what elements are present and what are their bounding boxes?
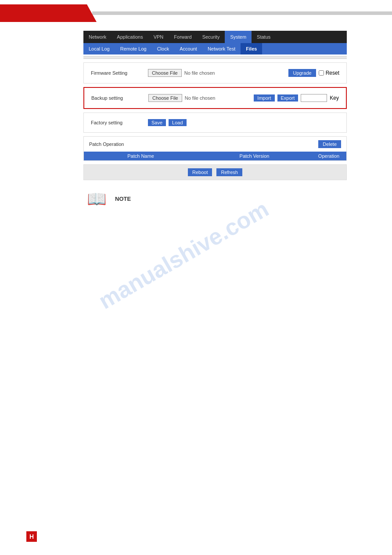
main-container: Network Applications VPN Forward Securit… (83, 31, 347, 209)
backup-no-file-text: No file chosen (185, 95, 216, 101)
tab-system[interactable]: System (225, 31, 252, 43)
subtab-account[interactable]: Account (174, 43, 202, 54)
subtab-remote-log[interactable]: Remote Log (115, 43, 152, 54)
separator-1 (83, 56, 347, 59)
note-label: NOTE (115, 196, 131, 202)
firmware-choose-file-btn[interactable]: Choose File (148, 69, 182, 77)
factory-panel: Factory setting Save Load (83, 112, 347, 133)
tab-network[interactable]: Network (83, 31, 111, 43)
tab-security[interactable]: Security (197, 31, 225, 43)
refresh-btn[interactable]: Refresh (216, 168, 242, 176)
firmware-upgrade-btn[interactable]: Upgrade (288, 69, 316, 77)
factory-save-btn[interactable]: Save (148, 119, 166, 126)
subtab-network-test[interactable]: Network Test (202, 43, 241, 54)
header-gray-bar (92, 11, 392, 15)
header-red-bar (0, 4, 97, 22)
backup-label: Backup setting (91, 95, 148, 101)
reboot-btn[interactable]: Reboot (188, 168, 212, 176)
tab-status[interactable]: Status (252, 31, 276, 43)
top-nav-tabs: Network Applications VPN Forward Securit… (83, 31, 347, 43)
factory-load-btn[interactable]: Load (169, 119, 186, 126)
patch-col-version: Patch Version (198, 152, 311, 160)
backup-key-input[interactable] (301, 94, 327, 102)
top-header (0, 0, 392, 26)
book-icon: 📖 (83, 189, 110, 209)
brand-icon: H (26, 531, 37, 542)
patch-panel: Patch Operation Delete Patch Name Patch … (83, 136, 347, 161)
subtab-local-log[interactable]: Local Log (83, 43, 115, 54)
tab-vpn[interactable]: VPN (148, 31, 169, 43)
backup-export-btn[interactable]: Export (277, 94, 298, 102)
bottom-actions-bar: Reboot Refresh (83, 164, 347, 180)
patch-col-operation: Operation (311, 152, 346, 160)
patch-label: Patch Operation (89, 141, 124, 147)
firmware-controls: Choose File No file chosen Upgrade Reset (148, 69, 339, 77)
patch-table-header: Patch Name Patch Version Operation (84, 152, 346, 160)
sub-nav-tabs: Local Log Remote Log Clock Account Netwo… (83, 43, 347, 54)
watermark: manualshive.com (94, 196, 273, 314)
backup-panel: Backup setting Choose File No file chose… (83, 87, 347, 109)
tab-forward[interactable]: Forward (169, 31, 197, 43)
reset-area: Reset (319, 70, 339, 76)
firmware-no-file-text: No file chosen (184, 70, 215, 76)
reset-label: Reset (326, 70, 339, 76)
bottom-logo: H (26, 531, 37, 542)
factory-label: Factory setting (91, 120, 148, 125)
tab-applications[interactable]: Applications (111, 31, 148, 43)
firmware-label: Firmware Setting (91, 70, 148, 76)
reset-checkbox[interactable] (319, 70, 324, 76)
factory-controls: Save Load (148, 119, 339, 126)
key-label: Key (330, 95, 339, 101)
note-section: 📖 NOTE (83, 189, 347, 209)
patch-header: Patch Operation Delete (84, 137, 346, 152)
backup-controls: Choose File No file chosen Import Export… (148, 94, 339, 102)
patch-col-name: Patch Name (84, 152, 198, 160)
patch-delete-btn[interactable]: Delete (318, 140, 341, 148)
subtab-clock[interactable]: Clock (152, 43, 175, 54)
firmware-panel: Firmware Setting Choose File No file cho… (83, 62, 347, 83)
backup-import-btn[interactable]: Import (254, 94, 274, 102)
subtab-files[interactable]: Files (241, 43, 262, 54)
backup-choose-file-btn[interactable]: Choose File (148, 94, 182, 102)
